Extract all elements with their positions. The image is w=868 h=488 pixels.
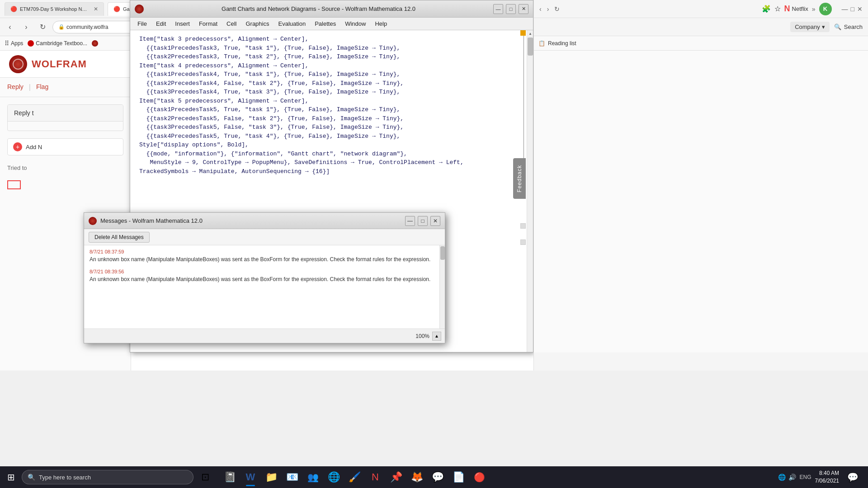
math-maximize-btn[interactable]: □: [506, 4, 516, 14]
overflow-btn[interactable]: »: [812, 5, 816, 13]
menu-help[interactable]: Help: [371, 19, 391, 28]
network-icon[interactable]: 🌐: [778, 474, 786, 481]
tab2-favicon: 🔴: [113, 6, 120, 12]
reading-list-label: Reading list: [548, 40, 576, 47]
taskbar-app-netflix[interactable]: N: [365, 467, 385, 487]
add-icon: +: [13, 142, 22, 151]
clock-date: 7/06/2021: [815, 477, 839, 485]
netflix-label: Netflix: [792, 5, 808, 12]
menu-evaluation[interactable]: Evaluation: [274, 19, 309, 28]
menu-graphics[interactable]: Graphics: [242, 19, 273, 28]
browser-tab-1[interactable]: 🔴 ETM709-Day 5 Workshop Notes ✕: [5, 2, 104, 16]
messages-titlebar: Messages - Wolfram Mathematica 12.0 — □ …: [84, 213, 445, 229]
math-scrollbar[interactable]: ▲: [527, 30, 533, 352]
delete-all-messages-button[interactable]: Delete All Messages: [89, 232, 150, 243]
taskbar-app-sticky[interactable]: 📌: [386, 467, 406, 487]
math-minimize-btn[interactable]: —: [493, 4, 503, 14]
code-line: MenuStyle → 9, ControlType → PopupMenu},…: [139, 158, 524, 167]
language-indicator[interactable]: ENG: [800, 474, 811, 480]
flag-link[interactable]: Flag: [36, 83, 48, 91]
windows-icon: ⊞: [7, 472, 15, 483]
menu-format[interactable]: Format: [195, 19, 221, 28]
netflix-icon: N: [784, 4, 790, 14]
messages-maximize-btn[interactable]: □: [418, 216, 428, 226]
scroll-up-arrow[interactable]: ▲: [527, 30, 533, 37]
math-menubar: File Edit Insert Format Cell Graphics Ev…: [130, 18, 533, 30]
next-nav-icon: ›: [547, 5, 549, 13]
netflix-badge[interactable]: N Netflix: [784, 4, 808, 14]
reply-link[interactable]: Reply: [7, 83, 24, 91]
acrobat-icon: 📄: [453, 471, 465, 483]
menu-palettes[interactable]: Palettes: [311, 19, 340, 28]
taskbar-app-sketchbook[interactable]: 🖌️: [344, 467, 364, 487]
math-titlebar: Gantt Charts and Network Diagrams - Sour…: [130, 0, 533, 18]
code-line: {{mode, "information"}, {"information", …: [139, 150, 524, 159]
taskbar-app-onenote[interactable]: 📓: [220, 467, 240, 487]
outlook-icon: 📧: [286, 471, 298, 483]
right-addressbar-row: Company ▾ 🔍 Search: [534, 18, 868, 36]
messages-scrollbar[interactable]: [439, 245, 445, 328]
taskbar-app-chrome[interactable]: 🌐: [324, 467, 344, 487]
bookmark-wolfram[interactable]: [92, 40, 98, 47]
messages-win-controls: — □ ✕: [405, 216, 440, 226]
menu-edit[interactable]: Edit: [152, 19, 170, 28]
teams-icon: 👥: [307, 472, 319, 483]
forward-btn[interactable]: ›: [20, 21, 33, 33]
reading-list-btn[interactable]: 📋 Reading list: [538, 40, 576, 47]
chat-button[interactable]: 💬: [843, 467, 863, 487]
messages-minimize-btn[interactable]: —: [405, 216, 415, 226]
bookmark-cambridge[interactable]: Cambridge Textboo...: [28, 40, 87, 47]
feedback-tab[interactable]: Feedback: [513, 158, 526, 199]
messages-content-area[interactable]: 8/7/21 08:37:59 An unknown box name (Man…: [84, 245, 445, 328]
task-view-btn[interactable]: ⊡: [195, 467, 215, 487]
code-line: {{task2PrecedesTask5, False, "task 2"}, …: [139, 114, 524, 123]
menu-window[interactable]: Window: [341, 19, 369, 28]
taskbar-search-placeholder: Type here to search: [39, 474, 91, 481]
start-button[interactable]: ⊞: [0, 466, 22, 488]
extensions-area: 🧩 ☆ N Netflix » K: [762, 3, 832, 15]
scroll-thumb[interactable]: [528, 38, 533, 56]
close-icon[interactable]: ✕: [857, 5, 863, 13]
chrome-icon: 🌐: [328, 471, 340, 483]
taskbar-app-teams[interactable]: 👥: [303, 467, 323, 487]
taskbar-search-box[interactable]: 🔍 Type here to search: [22, 470, 193, 484]
add-notebook-button[interactable]: + Add N: [7, 138, 123, 155]
taskbar-app-explorer[interactable]: 📁: [261, 467, 281, 487]
code-line: {{task3PrecedesTask4, True, "task 3"}, {…: [139, 88, 524, 97]
taskbar-app-firefox[interactable]: 🦊: [407, 467, 427, 487]
reply-box: Reply t: [7, 104, 123, 131]
prev-nav-icon: ‹: [539, 5, 542, 13]
wolfram-logo[interactable]: WOLFRAM: [9, 55, 87, 73]
menu-insert[interactable]: Insert: [171, 19, 193, 28]
taskbar-app-word[interactable]: W: [241, 467, 260, 487]
volume-icon[interactable]: 🔊: [788, 474, 796, 481]
restore-icon[interactable]: □: [851, 5, 854, 13]
system-clock: 8:40 AM 7/06/2021: [815, 469, 839, 485]
taskbar-app-mathematica[interactable]: 🔴: [469, 467, 489, 487]
refresh-btn[interactable]: ↻: [36, 21, 49, 33]
minimize-icon[interactable]: —: [842, 5, 848, 13]
reading-list-icon: 📋: [538, 40, 545, 47]
back-btn[interactable]: ‹: [4, 21, 16, 33]
tab1-close[interactable]: ✕: [94, 6, 98, 12]
bookmark-apps[interactable]: ⠿ Apps: [5, 40, 23, 47]
company-dropdown[interactable]: Company ▾: [790, 22, 830, 32]
taskbar-app-acrobat[interactable]: 📄: [448, 467, 468, 487]
messages-close-btn[interactable]: ✕: [430, 216, 440, 226]
menu-cell[interactable]: Cell: [223, 19, 240, 28]
taskbar-app-outlook[interactable]: 📧: [282, 467, 302, 487]
code-line: {{task3PrecedesTask5, False, "task 3"}, …: [139, 123, 524, 132]
puzzle-icon[interactable]: 🧩: [762, 5, 771, 13]
action-separator: |: [29, 83, 31, 91]
star-icon[interactable]: ☆: [774, 5, 781, 13]
user-avatar[interactable]: K: [819, 3, 832, 15]
code-line: {{task1PrecedesTask3, True, "task 1"}, {…: [139, 44, 524, 53]
taskbar-app-skype[interactable]: 💬: [428, 467, 448, 487]
messages-scroll-thumb: [440, 246, 445, 260]
search-button[interactable]: 🔍 Search: [834, 23, 863, 30]
zoom-up-btn[interactable]: ▲: [432, 332, 441, 341]
cambridge-label: Cambridge Textboo...: [36, 40, 87, 47]
menu-file[interactable]: File: [134, 19, 151, 28]
math-close-btn[interactable]: ✕: [519, 4, 528, 14]
apps-label: Apps: [11, 40, 23, 47]
